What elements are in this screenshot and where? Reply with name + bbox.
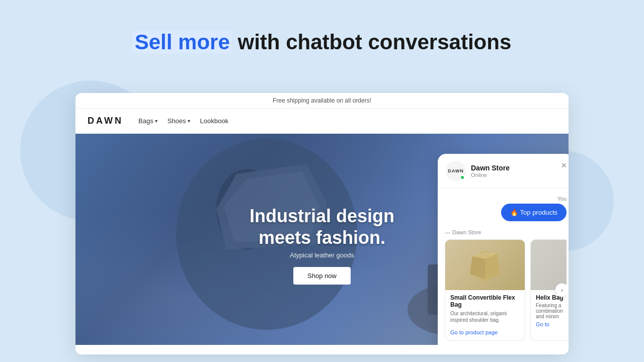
headline-rest: with chatbot conversations <box>232 30 511 54</box>
shop-now-button[interactable]: Shop now <box>293 267 351 285</box>
product-desc-1: Our architectural, origami inspired shou… <box>450 310 520 323</box>
chatbot-online-status: Online <box>471 172 510 178</box>
hero-store-subtext: Atypical leather goods <box>250 251 394 259</box>
chatbot-store-name: Dawn Store <box>471 164 510 172</box>
chevron-down-icon: ▾ <box>155 118 157 124</box>
online-indicator <box>460 175 465 180</box>
hero-store-heading: Industrial designmeets fashion. <box>250 205 394 248</box>
store-window: Free shipping available on all orders! D… <box>75 93 569 354</box>
store-nav: DAWN Bags ▾ Shoes ▾ Lookbook <box>75 109 569 134</box>
product-link-2[interactable]: Go to <box>536 321 549 327</box>
product-image-2 <box>531 240 567 290</box>
chatbot-header: DAWN Dawn Store Online × <box>438 154 569 189</box>
chevron-down-icon: ▾ <box>188 118 190 124</box>
chatbot-body: You 🔥 Top products Dawn Store <box>438 189 569 345</box>
close-button[interactable]: × <box>561 161 567 170</box>
product-link-1[interactable]: Go to product page <box>450 329 498 335</box>
store-hero: Industrial designmeets fashion. Atypical… <box>75 134 569 345</box>
svg-marker-8 <box>470 256 485 279</box>
nav-shoes[interactable]: Shoes ▾ <box>168 117 190 125</box>
top-products-button[interactable]: 🔥 Top products <box>501 204 567 221</box>
nav-lookbook[interactable]: Lookbook <box>200 117 228 125</box>
product-title-1: Small Convertible Flex Bag <box>450 294 520 308</box>
next-arrow-button[interactable]: › <box>555 283 567 297</box>
chatbot-avatar: DAWN <box>446 161 466 181</box>
product-desc-2: Featuring a combination and minim <box>536 303 565 319</box>
hero-heading: Sell more with chatbot conversations <box>0 0 644 54</box>
product-image-1 <box>445 240 525 290</box>
product-card-1: Small Convertible Flex Bag Our architect… <box>445 239 525 341</box>
dawn-store-response-label: Dawn Store <box>445 229 567 235</box>
nav-links: Bags ▾ Shoes ▾ Lookbook <box>138 117 228 125</box>
product-cards-container: Small Convertible Flex Bag Our architect… <box>445 239 567 341</box>
you-label: You <box>445 196 567 202</box>
store-banner: Free shipping available on all orders! <box>75 93 569 109</box>
bag-icon-1 <box>467 246 503 284</box>
headline-highlight: Sell more <box>133 30 232 54</box>
hero-text-overlay: Industrial designmeets fashion. Atypical… <box>250 205 394 285</box>
chatbot-info: Dawn Store Online <box>471 164 510 178</box>
store-logo: DAWN <box>88 116 123 126</box>
product-card-1-body: Small Convertible Flex Bag Our architect… <box>445 290 525 340</box>
chatbot-popup: DAWN Dawn Store Online × You 🔥 Top produ… <box>438 154 569 345</box>
nav-bags[interactable]: Bags ▾ <box>138 117 157 125</box>
